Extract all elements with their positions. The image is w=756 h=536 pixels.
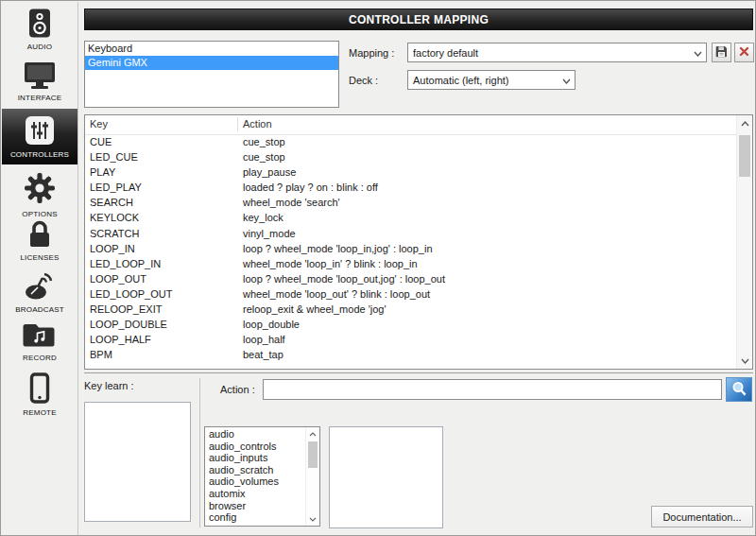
sidebar-item-remote[interactable]: REMOTE <box>2 372 77 417</box>
table-body: CUEcue_stop LED_CUEcue_stop PLAYplay_pau… <box>85 134 736 369</box>
action-input[interactable] <box>263 379 722 400</box>
table-row[interactable]: LOOP_DOUBLEloop_double <box>85 317 736 332</box>
search-icon <box>731 381 747 399</box>
row-action: loop ? wheel_mode 'loop_in,jog' : loop_i… <box>243 241 433 256</box>
save-mapping-button[interactable] <box>712 43 731 62</box>
row-action: reloop_exit & wheel_mode 'jog' <box>243 302 387 317</box>
row-action: wheel_mode 'loop_in' ? blink : loop_in <box>243 256 418 271</box>
delete-mapping-button[interactable] <box>734 43 754 62</box>
column-header-action: Action <box>243 118 272 130</box>
table-row[interactable]: LOOP_HALFloop_half <box>85 332 736 347</box>
save-icon <box>715 45 728 60</box>
row-key: CUE <box>90 134 112 149</box>
page-title-bar: CONTROLLER MAPPING <box>84 9 753 30</box>
category-item[interactable]: audio <box>205 428 305 441</box>
category-item[interactable]: config <box>205 511 305 524</box>
table-row[interactable]: LOOP_INloop ? wheel_mode 'loop_in,jog' :… <box>85 241 736 256</box>
table-scrollbar[interactable] <box>736 115 752 369</box>
table-row[interactable]: CUEcue_stop <box>85 134 736 149</box>
controller-mapping-window: AUDIO INTERFACE CONTROLLERS OPTIONS LICE <box>0 0 756 536</box>
search-action-button[interactable] <box>726 377 752 402</box>
row-action: key_lock <box>243 210 284 225</box>
table-row[interactable]: LED_LOOP_INwheel_mode 'loop_in' ? blink … <box>85 256 736 271</box>
category-item[interactable]: audio_inputs <box>205 452 305 464</box>
mapping-dropdown[interactable]: factory default <box>407 43 707 62</box>
row-key: LED_CUE <box>90 149 138 164</box>
scroll-down-icon[interactable] <box>737 353 752 369</box>
sliders-icon <box>25 115 55 147</box>
lock-icon <box>26 220 53 251</box>
table-row[interactable]: LOOP_OUTloop ? wheel_mode 'loop_out,jog'… <box>85 271 736 286</box>
category-item[interactable]: audio_controls <box>205 441 305 453</box>
scroll-up-icon[interactable] <box>306 427 319 441</box>
sidebar-item-label: AUDIO <box>27 43 52 51</box>
category-item[interactable]: automix <box>205 488 305 500</box>
sidebar-item-interface[interactable]: INTERFACE <box>2 61 77 102</box>
sidebar-item-record[interactable]: RECORD <box>2 321 77 362</box>
row-key: LED_LOOP_OUT <box>90 286 172 302</box>
device-item-gemini-gmx[interactable]: Gemini GMX <box>85 56 338 70</box>
sidebar-item-label: OPTIONS <box>22 210 57 218</box>
row-key: SEARCH <box>90 195 133 210</box>
settings-sidebar: AUDIO INTERFACE CONTROLLERS OPTIONS LICE <box>2 2 78 535</box>
table-row[interactable]: KEYLOCKkey_lock <box>85 210 736 225</box>
row-action: vinyl_mode <box>243 226 296 241</box>
table-row[interactable]: LED_LOOP_OUTwheel_mode 'loop_out' ? blin… <box>85 286 736 302</box>
category-items: audio audio_controls audio_inputs audio_… <box>205 428 305 526</box>
row-action: loop_double <box>243 317 300 332</box>
table-row[interactable]: RELOOP_EXITreloop_exit & wheel_mode 'jog… <box>85 302 736 317</box>
deck-label: Deck : <box>349 75 378 86</box>
sidebar-item-broadcast[interactable]: BROADCAST <box>2 270 77 314</box>
scrollbar-thumb[interactable] <box>739 135 750 177</box>
table-row[interactable]: SEARCHwheel_mode 'search' <box>85 195 736 210</box>
category-item[interactable]: audio_scratch <box>205 464 305 476</box>
category-item[interactable]: audio_volumes <box>205 475 305 488</box>
category-item[interactable]: browser <box>205 500 305 512</box>
sidebar-item-controllers[interactable]: CONTROLLERS <box>2 109 77 164</box>
device-item-keyboard[interactable]: Keyboard <box>85 42 338 56</box>
monitor-icon <box>23 61 57 91</box>
table-row[interactable]: BPMbeat_tap <box>85 347 736 362</box>
row-action: cue_stop <box>243 149 285 164</box>
category-item[interactable]: controller <box>205 524 305 526</box>
category-scrollbar[interactable] <box>305 427 319 526</box>
row-action: wheel_mode 'search' <box>243 195 340 210</box>
documentation-button[interactable]: Documentation... <box>651 506 753 527</box>
scrollbar-thumb[interactable] <box>308 441 318 468</box>
row-key: BPM <box>90 347 112 362</box>
phone-icon <box>28 372 51 406</box>
mapping-value: factory default <box>413 47 478 59</box>
scroll-down-icon[interactable] <box>306 512 319 526</box>
sidebar-item-options[interactable]: OPTIONS <box>2 171 77 218</box>
sidebar-item-label: REMOTE <box>23 408 56 417</box>
row-action: loop ? wheel_mode 'loop_out,jog' : loop_… <box>243 271 445 286</box>
row-action: loop_half <box>243 332 285 347</box>
row-key: SCRATCH <box>90 226 139 241</box>
row-action: cue_stop <box>243 134 285 149</box>
sidebar-item-licenses[interactable]: LICENSES <box>2 220 77 262</box>
row-action: wheel_mode 'loop_out' ? blink : loop_out <box>243 286 430 302</box>
vertical-separator <box>199 378 200 527</box>
chevron-down-icon <box>694 47 702 59</box>
row-action: loaded ? play ? on : blink : off <box>243 180 378 195</box>
scroll-up-icon[interactable] <box>737 115 752 131</box>
action-sublist[interactable] <box>329 426 443 528</box>
table-row[interactable]: SCRATCHvinyl_mode <box>85 226 736 241</box>
device-list: Keyboard Gemini GMX <box>84 41 339 108</box>
table-row[interactable]: PLAYplay_pause <box>85 164 736 180</box>
mapping-table: Key Action CUEcue_stop LED_CUEcue_stop P… <box>84 114 753 370</box>
deck-dropdown[interactable]: Automatic (left, right) <box>407 70 576 90</box>
sidebar-item-audio[interactable]: AUDIO <box>2 9 77 51</box>
table-row[interactable]: LED_CUEcue_stop <box>85 149 736 164</box>
table-row[interactable]: LED_PLAYloaded ? play ? on : blink : off <box>85 180 736 195</box>
chevron-down-icon <box>562 75 571 86</box>
row-key: KEYLOCK <box>90 210 139 225</box>
row-key: RELOOP_EXIT <box>90 302 162 317</box>
key-learn-listbox[interactable] <box>84 402 191 522</box>
row-key: LOOP_HALF <box>90 332 151 347</box>
gear-icon <box>23 171 57 207</box>
documentation-button-label: Documentation... <box>662 511 741 523</box>
sidebar-item-label: CONTROLLERS <box>10 150 69 159</box>
row-key: LED_LOOP_IN <box>90 256 161 271</box>
row-key: LOOP_IN <box>90 241 135 256</box>
